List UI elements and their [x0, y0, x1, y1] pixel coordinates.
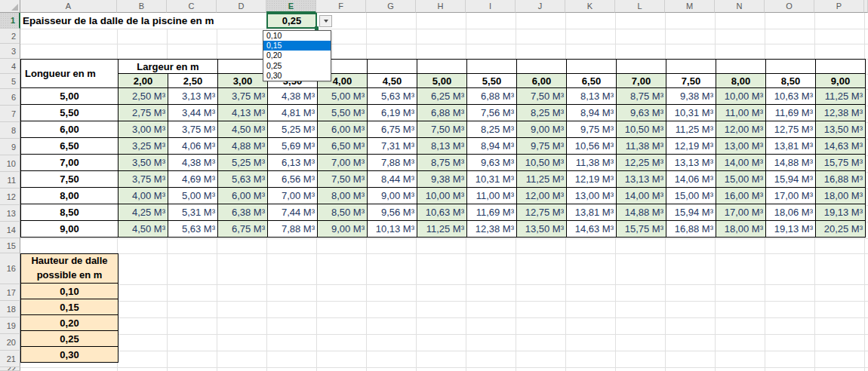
volume-cell[interactable]: 6,38 M³ [218, 204, 268, 221]
empty-header-cell[interactable] [766, 60, 816, 74]
volume-cell[interactable]: 10,63 M³ [417, 204, 467, 221]
width-header-cell[interactable]: 7,50 [666, 74, 716, 88]
width-header-cell[interactable]: 2,00 [119, 74, 168, 88]
volume-cell[interactable]: 12,75 M³ [766, 121, 816, 138]
volume-cell[interactable]: 8,44 M³ [368, 171, 417, 188]
volume-cell[interactable]: 11,69 M³ [766, 105, 816, 121]
length-header-cell[interactable]: 5,50 [21, 105, 119, 121]
volume-cell[interactable]: 8,75 M³ [617, 88, 666, 105]
length-header-cell[interactable]: 7,00 [21, 155, 119, 171]
row-header-15[interactable]: 15 [0, 238, 20, 253]
volume-cell[interactable]: 16,88 M³ [666, 221, 716, 238]
empty-header-cell[interactable] [517, 60, 567, 74]
volume-cell[interactable]: 12,25 M³ [617, 155, 666, 171]
row-header-4[interactable]: 4 [0, 59, 20, 74]
volume-cell[interactable]: 9,63 M³ [617, 105, 666, 121]
row-header-16[interactable]: 16 [0, 253, 20, 284]
volume-cell[interactable]: 11,38 M³ [617, 138, 666, 155]
volume-cell[interactable]: 9,00 M³ [318, 221, 368, 238]
volume-cell[interactable]: 14,88 M³ [766, 155, 816, 171]
volume-cell[interactable]: 13,13 M³ [666, 155, 716, 171]
volume-cell[interactable]: 8,75 M³ [417, 155, 467, 171]
width-axis-label[interactable]: Largeur en m [119, 60, 218, 74]
column-header-G[interactable]: G [366, 0, 416, 13]
length-header-cell[interactable]: 5,00 [21, 88, 119, 105]
length-header-cell[interactable]: 8,50 [21, 204, 119, 221]
column-header-O[interactable]: O [765, 0, 814, 13]
volume-cell[interactable]: 12,38 M³ [816, 105, 866, 121]
volume-cell[interactable]: 8,25 M³ [517, 105, 567, 121]
volume-cell[interactable]: 11,00 M³ [716, 105, 766, 121]
height-table-header[interactable]: Hauteur de dalle possible en m [21, 254, 119, 284]
dropdown-option[interactable]: 0,30 [263, 71, 331, 81]
volume-cell[interactable]: 13,00 M³ [716, 138, 766, 155]
row-header-6[interactable]: 6 [0, 89, 20, 106]
volume-cell[interactable]: 10,50 M³ [617, 121, 666, 138]
volume-cell[interactable]: 15,75 M³ [617, 221, 666, 238]
volume-cell[interactable]: 15,94 M³ [666, 204, 716, 221]
volume-cell[interactable]: 3,00 M³ [119, 121, 168, 138]
volume-cell[interactable]: 4,00 M³ [119, 188, 168, 204]
row-header-17[interactable]: 17 [0, 284, 20, 301]
volume-cell[interactable]: 18,00 M³ [816, 188, 866, 204]
width-header-cell[interactable]: 3,00 [218, 74, 268, 88]
volume-cell[interactable]: 11,38 M³ [567, 155, 617, 171]
width-header-cell[interactable]: 6,50 [567, 74, 617, 88]
volume-cell[interactable]: 7,44 M³ [268, 204, 318, 221]
width-header-cell[interactable]: 8,50 [766, 74, 816, 88]
volume-cell[interactable]: 3,25 M³ [119, 138, 168, 155]
volume-cell[interactable]: 16,00 M³ [716, 188, 766, 204]
volume-cell[interactable]: 4,81 M³ [268, 105, 318, 121]
volume-cell[interactable]: 7,50 M³ [417, 121, 467, 138]
volume-cell[interactable]: 13,81 M³ [766, 138, 816, 155]
column-header-partial[interactable] [864, 0, 868, 13]
volume-cell[interactable]: 9,75 M³ [517, 138, 567, 155]
empty-header-cell[interactable] [816, 60, 866, 74]
height-value-cell[interactable]: 0,20 [21, 315, 119, 331]
height-value-cell[interactable]: 0,10 [21, 284, 119, 299]
column-header-C[interactable]: C [167, 0, 217, 13]
volume-cell[interactable]: 13,00 M³ [567, 188, 617, 204]
row-header-9[interactable]: 9 [0, 139, 20, 155]
volume-cell[interactable]: 8,94 M³ [467, 138, 517, 155]
volume-cell[interactable]: 4,38 M³ [168, 155, 218, 171]
volume-cell[interactable]: 6,75 M³ [368, 121, 417, 138]
volume-cell[interactable]: 4,25 M³ [119, 204, 168, 221]
row-header-11[interactable]: 11 [0, 172, 20, 189]
column-header-A[interactable]: A [20, 0, 117, 13]
volume-cell[interactable]: 14,88 M³ [617, 204, 666, 221]
volume-cell[interactable]: 11,25 M³ [666, 121, 716, 138]
volume-cell[interactable]: 3,75 M³ [119, 171, 168, 188]
dropdown-option[interactable]: 0,15 [263, 41, 331, 51]
column-header-I[interactable]: I [466, 0, 516, 13]
empty-header-cell[interactable] [716, 60, 766, 74]
column-header-P[interactable]: P [814, 0, 864, 13]
volume-cell[interactable]: 5,63 M³ [168, 221, 218, 238]
dropdown-option[interactable]: 0,25 [263, 61, 331, 71]
volume-cell[interactable]: 5,25 M³ [218, 155, 268, 171]
volume-cell[interactable]: 14,06 M³ [666, 171, 716, 188]
volume-cell[interactable]: 7,88 M³ [368, 155, 417, 171]
length-header-cell[interactable]: 8,00 [21, 188, 119, 204]
volume-cell[interactable]: 13,50 M³ [517, 221, 567, 238]
volume-cell[interactable]: 12,00 M³ [716, 121, 766, 138]
volume-cell[interactable]: 18,06 M³ [766, 204, 816, 221]
column-header-B[interactable]: B [117, 0, 167, 13]
volume-cell[interactable]: 15,75 M³ [816, 155, 866, 171]
column-header-H[interactable]: H [416, 0, 466, 13]
volume-cell[interactable]: 19,13 M³ [816, 204, 866, 221]
volume-cell[interactable]: 9,63 M³ [467, 155, 517, 171]
height-value-cell[interactable]: 0,25 [21, 331, 119, 347]
volume-cell[interactable]: 10,00 M³ [417, 188, 467, 204]
width-header-cell[interactable]: 8,00 [716, 74, 766, 88]
volume-cell[interactable]: 8,13 M³ [417, 138, 467, 155]
volume-cell[interactable]: 7,31 M³ [368, 138, 417, 155]
volume-cell[interactable]: 20,25 M³ [816, 221, 866, 238]
select-all-corner[interactable] [0, 0, 20, 13]
volume-cell[interactable]: 7,88 M³ [268, 221, 318, 238]
width-header-cell[interactable]: 4,50 [368, 74, 417, 88]
volume-cell[interactable]: 5,63 M³ [368, 88, 417, 105]
dropdown-option[interactable]: 0,20 [263, 51, 331, 60]
volume-cell[interactable]: 10,00 M³ [716, 88, 766, 105]
row-header-10[interactable]: 10 [0, 155, 20, 172]
